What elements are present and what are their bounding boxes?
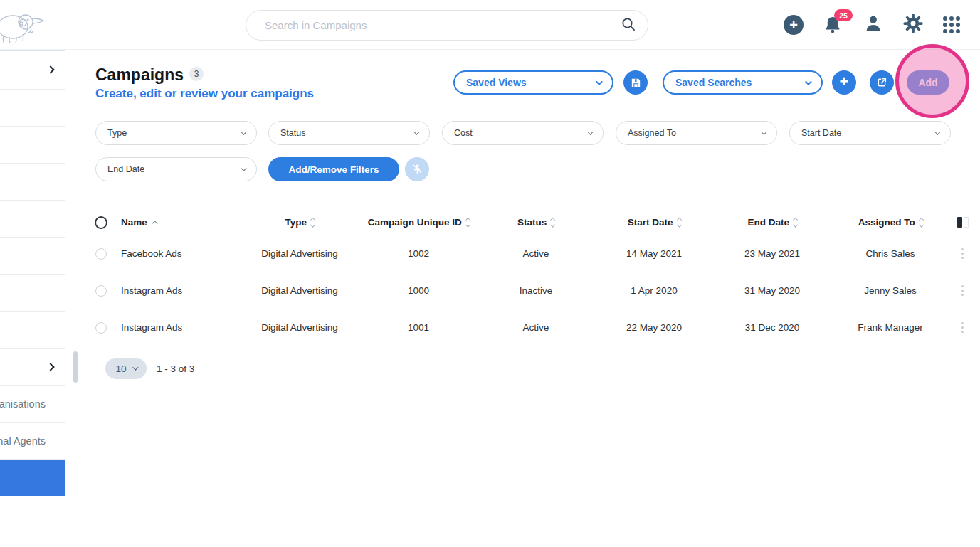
row-radio[interactable] [87, 322, 115, 334]
kebab-menu-icon[interactable] [959, 282, 967, 299]
notification-badge: 25 [834, 9, 853, 21]
sidebar-item[interactable] [0, 164, 65, 201]
row-actions[interactable] [945, 282, 980, 299]
sidebar-item[interactable] [0, 238, 65, 275]
chevron-down-icon [241, 129, 246, 134]
sidebar-item[interactable] [0, 312, 65, 349]
filter-assigned-to-dropdown[interactable]: Assigned To [616, 121, 777, 145]
filter-cost-dropdown[interactable]: Cost [442, 121, 604, 145]
chevron-right-icon [46, 65, 54, 73]
settings-gear-icon[interactable] [902, 13, 924, 37]
record-count-badge: 3 [189, 67, 204, 81]
add-remove-filters-button[interactable]: Add/Remove Filters [268, 157, 399, 181]
table-row[interactable]: Instagram Ads Digital Advertising 1001 A… [87, 309, 980, 346]
apps-grid-icon[interactable] [943, 16, 960, 33]
table-header-row: Name Type Campaign Unique ID Status Star… [87, 210, 980, 235]
row-actions[interactable] [945, 245, 980, 262]
cell-name[interactable]: Facebook Ads [115, 248, 235, 259]
table-row[interactable]: Facebook Ads Digital Advertising 1002 Ac… [87, 235, 980, 272]
row-radio[interactable] [87, 285, 115, 297]
sidebar: anisations rnal Agents [0, 50, 65, 547]
user-icon[interactable] [863, 13, 883, 37]
filter-status-dropdown[interactable]: Status [268, 121, 430, 145]
sort-asc-icon [152, 221, 157, 226]
sort-icon [551, 218, 554, 226]
search-icon[interactable] [621, 16, 636, 35]
chevron-down-icon [934, 129, 940, 134]
column-label: Type [285, 217, 307, 228]
export-external-link-button[interactable] [870, 70, 894, 95]
cell-type: Digital Advertising [235, 322, 364, 333]
filter-label: Status [280, 128, 305, 138]
kebab-menu-icon[interactable] [959, 245, 967, 262]
sort-icon [678, 218, 681, 226]
columns-icon[interactable] [957, 217, 969, 228]
saved-searches-label: Saved Searches [675, 77, 752, 88]
table-row[interactable]: Instagram Ads Digital Advertising 1000 I… [87, 272, 980, 309]
chevron-right-icon [46, 363, 54, 371]
sidebar-item[interactable] [0, 496, 65, 533]
chevron-down-icon [805, 78, 812, 85]
filter-start-date-dropdown[interactable]: Start Date [789, 121, 951, 145]
saved-views-label: Saved Views [466, 77, 527, 88]
filter-label: Cost [454, 128, 473, 138]
sidebar-item[interactable] [0, 201, 65, 238]
page-title: Campaigns 3 [95, 65, 204, 85]
sidebar-item-active[interactable] [0, 460, 65, 496]
sidebar-item-label: rnal Agents [0, 435, 65, 447]
cell-assigned-to: Jenny Sales [836, 285, 945, 296]
filter-type-dropdown[interactable]: Type [95, 121, 257, 145]
cell-status: Active [473, 248, 599, 259]
sidebar-item[interactable] [0, 90, 65, 127]
cell-campaign-unique-id: 1000 [364, 285, 473, 296]
notifications-bell-icon[interactable]: 25 [823, 14, 844, 36]
chevron-down-icon [587, 129, 593, 134]
new-search-button[interactable]: + [832, 70, 856, 95]
cell-name[interactable]: Instagram Ads [115, 285, 235, 296]
filter-end-date-dropdown[interactable]: End Date [95, 157, 257, 181]
column-header-status[interactable]: Status [473, 217, 599, 228]
sidebar-item[interactable] [0, 51, 65, 90]
sidebar-item[interactable] [0, 349, 65, 386]
sidebar-scrollbar[interactable] [73, 351, 78, 383]
campaigns-table: Name Type Campaign Unique ID Status Star… [87, 210, 980, 346]
page-size-value: 10 [115, 363, 126, 374]
column-header-end-date[interactable]: End Date [709, 217, 836, 228]
sidebar-item[interactable] [0, 275, 65, 312]
sidebar-item-external-agents[interactable]: rnal Agents [0, 423, 65, 460]
save-view-button[interactable] [623, 70, 648, 95]
column-label: Assigned To [858, 217, 915, 228]
kebab-menu-icon[interactable] [959, 319, 967, 336]
search-input[interactable] [265, 19, 621, 31]
select-all-radio[interactable] [87, 216, 115, 229]
sidebar-item[interactable] [0, 533, 65, 547]
cell-assigned-to: Frank Manager [836, 322, 945, 333]
cell-type: Digital Advertising [235, 248, 364, 259]
sidebar-item[interactable] [0, 127, 65, 164]
column-header-start-date[interactable]: Start Date [599, 217, 709, 228]
page-size-dropdown[interactable]: 10 [105, 358, 147, 379]
row-actions[interactable] [945, 319, 980, 336]
column-header-assigned-to[interactable]: Assigned To [836, 217, 945, 228]
row-radio[interactable] [87, 248, 115, 260]
columns-settings[interactable] [945, 217, 980, 228]
column-label: Start Date [628, 217, 673, 228]
cell-name[interactable]: Instagram Ads [115, 322, 235, 333]
sort-icon [311, 218, 315, 226]
filter-label: Assigned To [628, 128, 676, 138]
quick-add-icon[interactable]: + [784, 15, 804, 35]
filter-label: Start Date [801, 128, 841, 138]
column-header-type[interactable]: Type [235, 217, 364, 228]
global-search[interactable] [246, 10, 648, 41]
saved-searches-dropdown[interactable]: Saved Searches [663, 70, 823, 95]
chevron-down-icon [132, 364, 138, 370]
topbar-actions: + 25 [784, 0, 960, 50]
sidebar-item-organisations[interactable]: anisations [0, 386, 65, 423]
column-header-campaign-unique-id[interactable]: Campaign Unique ID [364, 217, 473, 228]
add-campaign-button[interactable]: Add [907, 70, 949, 95]
column-header-name[interactable]: Name [115, 217, 235, 228]
cell-end-date: 31 Dec 2020 [709, 322, 836, 333]
cell-assigned-to: Chris Sales [836, 248, 945, 259]
pin-filters-button[interactable] [405, 157, 429, 181]
saved-views-dropdown[interactable]: Saved Views [453, 70, 613, 95]
